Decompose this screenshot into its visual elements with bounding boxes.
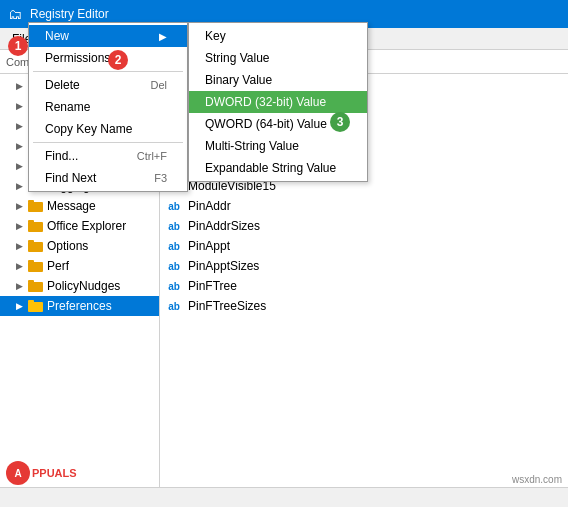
watermark-text: PPUALS	[32, 467, 77, 479]
status-bar	[0, 487, 568, 507]
findnext-shortcut: F3	[154, 172, 167, 184]
qword-label: QWORD (64-bit) Value	[205, 117, 327, 131]
svg-rect-16	[28, 242, 43, 252]
tree-label: Message	[47, 199, 96, 213]
right-item-pinappsizes[interactable]: ab PinApptSizes	[160, 256, 568, 276]
svg-rect-15	[28, 220, 34, 223]
tree-label: Perf	[47, 259, 69, 273]
svg-rect-19	[28, 260, 34, 263]
menu-item-delete[interactable]: Delete Del	[29, 74, 187, 96]
svg-rect-21	[28, 280, 34, 283]
item-name: PinFTree	[188, 279, 237, 293]
menu-separator-1	[33, 71, 183, 72]
menu-item-rename[interactable]: Rename	[29, 96, 187, 118]
tree-item-officeexplorer[interactable]: ▶ Office Explorer	[0, 216, 159, 236]
submenu-item-key[interactable]: Key	[189, 25, 367, 47]
wsxdn-watermark: wsxdn.com	[512, 474, 562, 485]
delete-label: Delete	[45, 78, 80, 92]
edit-menu-dropdown: New ▶ Permissions... Delete Del Rename C…	[28, 22, 188, 192]
tree-item-preferences[interactable]: ▶ Preferences	[0, 296, 159, 316]
folder-icon	[28, 239, 44, 253]
folder-icon	[28, 259, 44, 273]
folder-icon	[28, 279, 44, 293]
dword-icon: ab	[166, 278, 182, 294]
find-label: Find...	[45, 149, 78, 163]
svg-rect-12	[28, 202, 43, 212]
svg-rect-23	[28, 300, 34, 303]
svg-rect-14	[28, 222, 43, 232]
rename-label: Rename	[45, 100, 90, 114]
submenu-arrow: ▶	[159, 31, 167, 42]
multistring-label: Multi-String Value	[205, 139, 299, 153]
dword-icon: ab	[166, 258, 182, 274]
submenu-item-binaryvalue[interactable]: Binary Value	[189, 69, 367, 91]
right-item-pinappt[interactable]: ab PinAppt	[160, 236, 568, 256]
item-name: PinAddrSizes	[188, 219, 260, 233]
tree-label: PolicyNudges	[47, 279, 120, 293]
tree-item-policynudges[interactable]: ▶ PolicyNudges	[0, 276, 159, 296]
key-label: Key	[205, 29, 226, 43]
item-name: PinAppt	[188, 239, 230, 253]
stringvalue-label: String Value	[205, 51, 269, 65]
findnext-label: Find Next	[45, 171, 96, 185]
dword-icon: ab	[166, 218, 182, 234]
svg-rect-20	[28, 282, 43, 292]
folder-icon-selected	[28, 299, 44, 313]
app-icon: 🗂	[8, 6, 24, 22]
watermark: A PPUALS	[6, 461, 77, 485]
svg-rect-17	[28, 240, 34, 243]
address-label: Com	[6, 56, 29, 68]
right-item-pinaddrsizes[interactable]: ab PinAddrSizes	[160, 216, 568, 236]
new-submenu-dropdown: Key String Value Binary Value DWORD (32-…	[188, 22, 368, 182]
right-item-pinftreesizes[interactable]: ab PinFTreeSizes	[160, 296, 568, 316]
right-item-pinaddr[interactable]: ab PinAddr	[160, 196, 568, 216]
submenu-item-stringvalue[interactable]: String Value	[189, 47, 367, 69]
watermark-logo: A	[6, 461, 30, 485]
folder-icon	[28, 199, 44, 213]
tree-label: Office Explorer	[47, 219, 126, 233]
tree-label: Preferences	[47, 299, 112, 313]
menu-item-findnext[interactable]: Find Next F3	[29, 167, 187, 189]
new-label: New	[45, 29, 69, 43]
tree-item-message[interactable]: ▶ Message	[0, 196, 159, 216]
dword-icon: ab	[166, 298, 182, 314]
menu-item-find[interactable]: Find... Ctrl+F	[29, 145, 187, 167]
right-item-pinftree[interactable]: ab PinFTree	[160, 276, 568, 296]
dword-icon: ab	[166, 198, 182, 214]
item-name: PinFTreeSizes	[188, 299, 266, 313]
submenu-item-multistring[interactable]: Multi-String Value	[189, 135, 367, 157]
binaryvalue-label: Binary Value	[205, 73, 272, 87]
tree-item-perf[interactable]: ▶ Perf	[0, 256, 159, 276]
svg-rect-22	[28, 302, 43, 312]
submenu-item-dword[interactable]: DWORD (32-bit) Value	[189, 91, 367, 113]
tree-item-options[interactable]: ▶ Options	[0, 236, 159, 256]
title-text: Registry Editor	[30, 7, 109, 21]
find-shortcut: Ctrl+F	[137, 150, 167, 162]
delete-shortcut: Del	[150, 79, 167, 91]
copykeyname-label: Copy Key Name	[45, 122, 132, 136]
badge-3: 3	[330, 112, 350, 132]
badge-1: 1	[8, 36, 28, 56]
menu-item-copykeyname[interactable]: Copy Key Name	[29, 118, 187, 140]
svg-rect-13	[28, 200, 34, 203]
item-name: PinApptSizes	[188, 259, 259, 273]
item-name: PinAddr	[188, 199, 231, 213]
dword-label: DWORD (32-bit) Value	[205, 95, 326, 109]
submenu-item-expandable[interactable]: Expandable String Value	[189, 157, 367, 179]
badge-2: 2	[108, 50, 128, 70]
tree-label: Options	[47, 239, 88, 253]
dword-icon: ab	[166, 238, 182, 254]
menu-item-new[interactable]: New ▶	[29, 25, 187, 47]
menu-separator-2	[33, 142, 183, 143]
expandable-label: Expandable String Value	[205, 161, 336, 175]
svg-rect-18	[28, 262, 43, 272]
folder-icon	[28, 219, 44, 233]
